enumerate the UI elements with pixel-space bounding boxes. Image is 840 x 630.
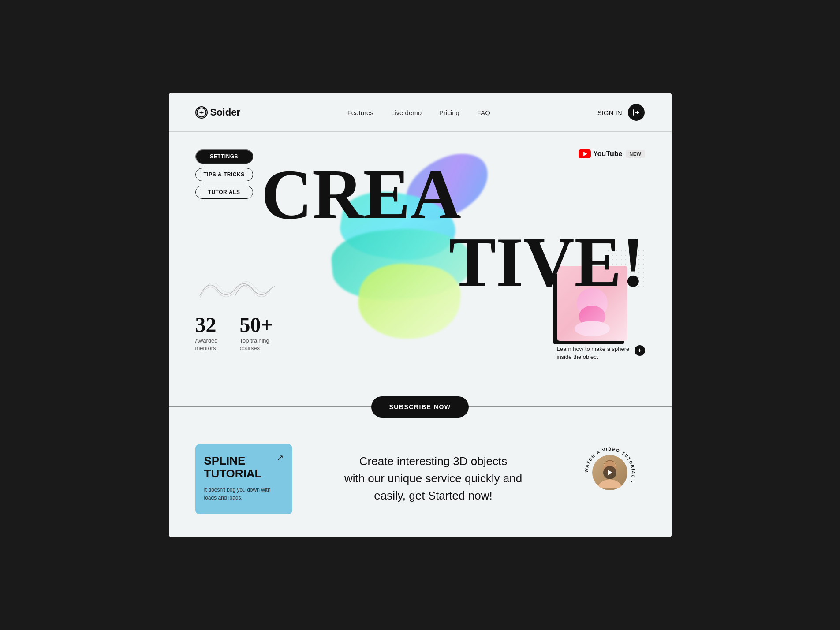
card-caption: Learn how to make a sphere inside the ob… — [557, 345, 645, 361]
youtube-logo: YouTube — [579, 149, 622, 158]
center-text-line3: easily, get Started now! — [310, 487, 557, 504]
stat-courses: 50+ Top trainingcourses — [240, 314, 273, 352]
center-line2-text: with our unique service quickly and — [344, 472, 522, 485]
mentors-number: 32 — [195, 314, 218, 336]
hero-text: CREA TIVE! — [195, 149, 645, 294]
header: Soider Features Live demo Pricing FAQ SI… — [169, 93, 672, 132]
subscribe-button[interactable]: SUBSCRIBE NOW — [371, 396, 468, 418]
left-tags: SETTINGS TIPS & TRICKS TUTORIALS — [195, 149, 253, 199]
youtube-label: YouTube — [593, 150, 622, 158]
logo[interactable]: Soider — [195, 106, 240, 119]
nav-faq[interactable]: FAQ — [477, 109, 490, 116]
center-text: Create interesting 3D objects with our u… — [310, 444, 557, 504]
nav-features[interactable]: Features — [347, 109, 373, 116]
logo-text: Soider — [210, 107, 240, 118]
play-button[interactable] — [603, 466, 616, 479]
subscribe-section: SUBSCRIBE NOW — [169, 388, 672, 426]
spline-card-desc: It doesn't bog you down with loads and l… — [204, 486, 284, 502]
page-wrapper: Soider Features Live demo Pricing FAQ SI… — [169, 93, 672, 537]
youtube-icon — [579, 149, 591, 158]
nav: Features Live demo Pricing FAQ — [347, 109, 490, 116]
new-badge: NEW — [626, 150, 645, 158]
stat-mentors: 32 Awardedmentors — [195, 314, 218, 352]
video-tutorial[interactable]: WATCH A VIDEO TUTORIAL • — [575, 444, 645, 501]
spline-card-title: SPLINETUTORIAL — [204, 455, 284, 480]
courses-label: Top trainingcourses — [240, 337, 273, 352]
courses-number: 50+ — [240, 314, 273, 336]
center-line1-text: Create interesting 3D objects — [359, 455, 507, 468]
bottom-section: ↗ SPLINETUTORIAL It doesn't bog you down… — [169, 426, 672, 537]
circular-text-wrapper: WATCH A VIDEO TUTORIAL • — [581, 444, 638, 501]
header-right: SIGN IN — [597, 104, 645, 121]
mentors-label: Awardedmentors — [195, 337, 218, 352]
card-plus-button[interactable]: + — [635, 345, 645, 356]
settings-tag[interactable]: SETTINGS — [195, 149, 253, 164]
sign-in-button[interactable] — [628, 104, 645, 121]
tutorials-tag[interactable]: TUTORIALS — [195, 186, 253, 199]
spline-card: ↗ SPLINETUTORIAL It doesn't bog you down… — [195, 444, 292, 514]
center-text-line1: Create interesting 3D objects — [310, 453, 557, 470]
hero-line1: CREA — [261, 163, 645, 226]
hero-line2: TIVE! — [239, 231, 645, 294]
stats-row: 32 Awardedmentors 50+ Top trainingcourse… — [195, 314, 275, 352]
center-line3-text: easily, get Started now! — [374, 489, 492, 502]
card-caption-text: Learn how to make a sphere inside the ob… — [557, 345, 635, 361]
spline-card-link[interactable]: ↗ — [277, 453, 284, 462]
nav-live-demo[interactable]: Live demo — [391, 109, 422, 116]
tips-tricks-tag[interactable]: TIPS & TRICKS — [195, 168, 253, 181]
sign-in-text[interactable]: SIGN IN — [597, 109, 622, 116]
nav-pricing[interactable]: Pricing — [439, 109, 459, 116]
youtube-badge[interactable]: YouTube NEW — [579, 149, 645, 158]
center-text-line2: with our unique service quickly and — [310, 470, 557, 487]
logo-icon — [195, 106, 208, 119]
hero-section: SETTINGS TIPS & TRICKS TUTORIALS YouTube… — [169, 132, 672, 388]
